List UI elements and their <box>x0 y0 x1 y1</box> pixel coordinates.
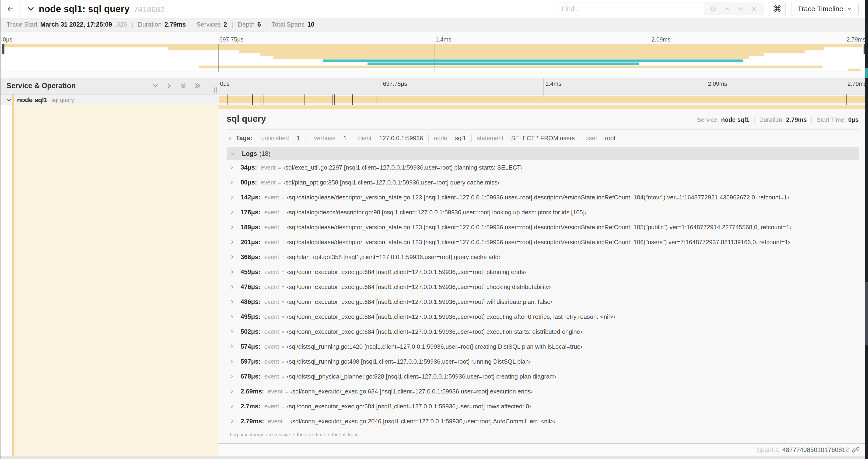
chevron-right-icon <box>227 136 232 141</box>
log-entry[interactable]: 201μs: event=‹sql/catalog/lease/descript… <box>226 235 859 250</box>
trace-duration: Duration 2.79ms <box>138 21 186 28</box>
log-marker-tick <box>263 94 264 105</box>
span-row-node-sql1[interactable]: node sql1 sql query <box>0 94 868 105</box>
log-entry[interactable]: 2.69ms: event=‹sql/conn_executor_exec.go… <box>226 384 859 399</box>
column-resizer[interactable] <box>214 88 217 93</box>
log-message: ‹sql/plan_opt.go:358 [nsql1,client=127.0… <box>287 254 500 261</box>
expand-all-icon[interactable] <box>194 82 201 89</box>
find-input[interactable] <box>556 3 704 15</box>
tag[interactable]: node = sql1 <box>428 135 466 142</box>
divider <box>754 117 754 123</box>
log-timestamp: 176μs: <box>241 209 260 216</box>
trace-start: Trace Start March 31 2022, 17:25:09.326 <box>6 21 127 28</box>
log-timestamp: 2.69ms: <box>241 388 264 395</box>
screen-left-edge <box>0 0 0 459</box>
keyboard-shortcuts-button[interactable]: ⌘ <box>769 2 786 16</box>
tag[interactable]: statement = SELECT * FROM users <box>471 135 575 142</box>
log-entry[interactable]: 459μs: event=‹sql/conn_executor_exec.go:… <box>226 264 859 280</box>
previous-result-icon[interactable] <box>724 6 730 12</box>
trace-services: Services 2 <box>196 21 227 28</box>
expand-one-icon[interactable] <box>166 82 173 89</box>
tag[interactable]: _unfinished = 1 <box>258 135 300 142</box>
log-entry[interactable]: 678μs: event=‹sql/distsql_physical_plann… <box>226 369 859 384</box>
log-entry[interactable]: 176μs: event=‹sql/catalog/descs/descript… <box>226 205 859 220</box>
log-entry[interactable]: 34μs: event=‹sql/exec_util.go:2297 [nsql… <box>226 160 859 175</box>
log-event: event=‹sql/conn_executor_exec.go:684 [ns… <box>265 268 526 276</box>
ruler-tick: 0μs <box>3 36 12 43</box>
log-message: ‹sql/distsql_running.go:1420 [nsql1,clie… <box>287 343 582 350</box>
collapse-trace-chevron-icon[interactable] <box>27 5 34 12</box>
chevron-right-icon <box>230 255 235 259</box>
log-entry[interactable]: 2.7ms: event=‹sql/conn_executor_exec.go:… <box>226 399 859 414</box>
log-entry[interactable]: 502μs: event=‹sql/conn_executor_exec.go:… <box>226 324 859 339</box>
divider <box>132 22 133 28</box>
log-event: event=‹sql/distsql_physical_planner.go:8… <box>265 373 557 380</box>
span-start-time: Start Time:0μs <box>816 116 859 123</box>
log-entry[interactable]: 486μs: event=‹sql/conn_executor_exec.go:… <box>226 294 859 309</box>
logs-section-header[interactable]: Logs (18) <box>226 147 859 160</box>
tag[interactable]: client = 127.0.0.1:59936 <box>352 135 423 142</box>
chevron-right-icon <box>230 180 235 185</box>
span-duration-bar[interactable] <box>219 96 867 103</box>
log-entry[interactable]: 476μs: event=‹sql/conn_executor_exec.go:… <box>226 280 859 294</box>
ruler-tick: 2.79ms <box>847 80 867 87</box>
log-entry[interactable]: 597μs: event=‹sql/distsql_running.go:498… <box>226 354 859 369</box>
log-marker-tick <box>330 94 330 105</box>
top-bar: node sql1: sql query 7418682 <box>0 0 868 18</box>
minimap-left-scrubber[interactable] <box>2 44 4 54</box>
minimap-span-bar <box>168 47 824 50</box>
minimap-gridline <box>218 44 219 72</box>
log-marker-tick <box>260 94 260 105</box>
log-marker-tick <box>326 94 326 105</box>
log-entry[interactable]: 574μs: event=‹sql/distsql_running.go:142… <box>226 339 859 354</box>
tag-value: 1 <box>297 135 300 142</box>
chevron-right-icon <box>230 359 235 364</box>
focus-match-icon[interactable] <box>710 5 717 12</box>
ruler-tick: 697.75μs <box>380 78 543 94</box>
log-entry[interactable]: 142μs: event=‹sql/catalog/lease/descript… <box>226 190 859 205</box>
minimap-canvas[interactable] <box>2 44 866 72</box>
tags-row[interactable]: Tags: _unfinished = 1 <box>226 130 859 146</box>
log-marker-tick <box>377 94 377 105</box>
collapse-one-icon[interactable] <box>152 82 159 89</box>
logs-section: Logs (18) 34μs: eve <box>226 147 859 442</box>
log-event: event=‹sql/exec_util.go:2297 [nsql1,clie… <box>261 164 523 171</box>
log-event: event=‹sql/plan_opt.go:358 [nsql1,client… <box>265 254 501 261</box>
chevron-right-icon <box>230 195 235 200</box>
tag-value: 1 <box>343 135 346 142</box>
log-entry[interactable]: 495μs: event=‹sql/conn_executor_exec.go:… <box>226 309 859 324</box>
span-detail-card: sql query Service:node sql1 Duration:2.7… <box>218 105 865 444</box>
log-marker-tick <box>238 94 238 105</box>
log-entry[interactable]: 80μs: event=‹sql/plan_opt.go:358 [nsql1,… <box>226 175 859 190</box>
span-operation-title: sql query <box>226 114 266 124</box>
span-duration: Duration:2.79ms <box>759 116 807 123</box>
span-tree-cell[interactable]: node sql1 sql query <box>0 94 218 105</box>
next-result-icon[interactable] <box>737 6 744 12</box>
log-message: ‹sql/conn_executor_exec.go:684 [nsql1,cl… <box>290 388 533 395</box>
log-event: event=‹sql/plan_opt.go:358 [nsql1,client… <box>261 179 500 186</box>
trace-view-select[interactable]: Trace Timeline <box>791 2 859 16</box>
page-title: node sql1: sql query <box>39 4 129 14</box>
tag[interactable]: _verbose = 1 <box>305 135 346 142</box>
tag[interactable]: user = root <box>580 135 615 142</box>
tag-value: root <box>605 135 616 142</box>
log-entry[interactable]: 366μs: event=‹sql/plan_opt.go:358 [nsql1… <box>226 250 859 264</box>
log-timestamp: 502μs: <box>241 328 260 335</box>
log-entry[interactable]: 189μs: event=‹sql/catalog/lease/descript… <box>226 220 859 235</box>
log-timestamp: 2.79ms: <box>241 418 264 425</box>
divider <box>191 22 191 28</box>
collapse-all-icon[interactable] <box>180 82 187 89</box>
span-bar-lane[interactable] <box>218 94 868 105</box>
clear-search-icon[interactable] <box>751 6 757 12</box>
chevron-right-icon <box>230 165 235 170</box>
collapse-span-chevron-icon[interactable] <box>6 97 12 103</box>
logs-footer-note: Log timestamps are relative to the start… <box>226 429 859 442</box>
chevron-right-icon <box>230 404 235 408</box>
log-message: ‹sql/conn_executor_exec.go:684 [nsql1,cl… <box>287 283 551 290</box>
divider <box>266 22 267 28</box>
log-entry[interactable]: 2.79ms: event=‹sql/conn_executor_exec.go… <box>226 414 859 429</box>
deep-link-icon[interactable] <box>852 447 859 453</box>
tag-value: 127.0.0.1:59936 <box>379 135 423 142</box>
log-marker-tick <box>334 94 335 105</box>
back-button[interactable] <box>0 0 21 18</box>
